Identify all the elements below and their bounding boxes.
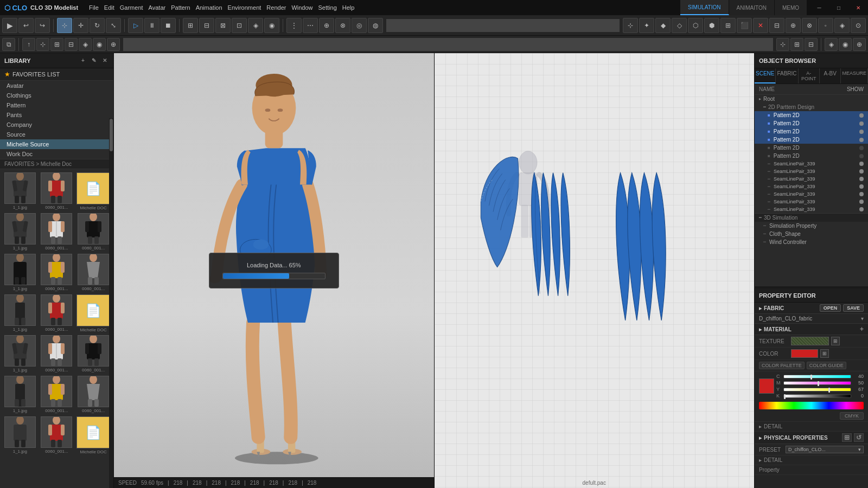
color-palette-button[interactable]: COLOR PALETTE [759,362,805,369]
toolbar2-btn-8[interactable]: ⊕ [107,38,120,51]
color-spectrum-bar[interactable] [759,402,864,409]
thumb-item-12[interactable]: 1_1.jpg [2,334,38,374]
menu-file[interactable]: File [87,3,101,12]
toolbar-btn-stop[interactable]: ⏹ [161,18,176,33]
toolbar-btn-a[interactable]: ⊞ [183,18,198,33]
texture-swatch[interactable] [791,337,829,345]
toolbar2-btn-2d-1[interactable]: ⊹ [776,38,789,51]
toolbar2-btn-2d-4[interactable]: ◈ [825,38,838,51]
menu-garment[interactable]: Garment [118,3,145,12]
tree-wind-controller[interactable]: ━ Wind Controller [755,238,868,246]
thumb-item-1[interactable]: 0060_001... [39,171,75,211]
fabric-open-button[interactable]: OPEN [820,304,841,312]
thumb-item-19[interactable]: 0060_001... [39,415,75,455]
thumb-item-5[interactable]: 0060_001... [75,212,111,252]
toolbar-btn-r5[interactable]: ⬡ [688,18,703,33]
toolbar-btn-r7[interactable]: ⊞ [720,18,736,33]
toolbar2-btn-2d-6[interactable]: ⊕ [853,38,866,51]
toolbar-btn-r6[interactable]: ⬢ [704,18,719,33]
sidebar-scrollbar[interactable] [109,118,113,488]
tree-seam-1[interactable]: ━ SeamLinePair_339 [755,160,868,168]
toolbar-btn-r8[interactable]: ⬛ [737,18,752,33]
tree-2d-design[interactable]: ━ 2D Parttern Design [755,103,868,111]
thumb-item-11[interactable]: 📄 Michelle DOC [75,293,111,333]
sidebar-item-clothings[interactable]: Clothings [0,91,113,100]
toolbar-btn-r10[interactable]: ⊟ [769,18,784,33]
toolbar-btn-i[interactable]: ⊕ [319,18,334,33]
menu-pattern[interactable]: Pattern [169,3,192,12]
m-slider[interactable] [783,381,851,385]
tab-scene[interactable]: SCENE [755,68,776,84]
toolbar-btn-redo[interactable]: ↪ [35,18,50,33]
detail-section[interactable]: ▸ DETAIL [755,422,868,432]
toolbar-btn-r15[interactable]: ⊙ [851,18,866,33]
tree-seam-5[interactable]: ━ SeamLinePair_339 [755,190,868,198]
toolbar-btn-r14[interactable]: ◈ [834,18,850,33]
sidebar-item-pattern[interactable]: Pattern [0,100,113,110]
toolbar-btn-d[interactable]: ⊡ [232,18,247,33]
toolbar-btn-undo[interactable]: ↩ [18,18,34,33]
toolbar-btn-r1[interactable]: ⊹ [623,18,638,33]
toolbar-btn-r13[interactable]: ◦ [818,18,833,33]
tree-cloth-shape[interactable]: ━ Cloth_Shape [755,230,868,238]
thumb-item-15[interactable]: 1_1.jpg [2,375,38,414]
tab-abv[interactable]: A-BV [820,68,841,84]
show-button[interactable]: SHOW [847,86,864,92]
toolbar-btn-b[interactable]: ⊟ [199,18,214,33]
toolbar-btn-select[interactable]: ⊹ [57,18,72,33]
lib-icon-edit[interactable]: ✎ [90,56,98,65]
texture-expand-button[interactable]: ⊞ [831,337,840,345]
sidebar-item-avatar[interactable]: Avatar [0,81,113,91]
toolbar-btn-h[interactable]: ⋯ [303,18,318,33]
color-guide-button[interactable]: COLOR GUIDE [807,362,846,369]
toolbar-btn-g[interactable]: ⋮ [286,18,302,33]
menu-animation[interactable]: Animation [194,3,225,12]
color-expand-button[interactable]: ⊞ [820,349,829,358]
thumb-item-2[interactable]: 📄 Michelle DOC [75,171,111,211]
menu-setting[interactable]: Setting [316,3,339,12]
tree-seam-2[interactable]: ━ SeamLinePair_339 [755,168,868,175]
maximize-button[interactable]: □ [829,0,848,15]
toolbar-btn-c[interactable]: ⊠ [215,18,231,33]
thumb-item-20[interactable]: 📄 Michelle DOC [75,415,111,455]
toolbar-btn-r2[interactable]: ✦ [639,18,654,33]
toolbar-btn-pause[interactable]: ⏸ [144,18,159,33]
lib-icon-close[interactable]: ✕ [100,56,109,65]
thumb-item-8[interactable]: 0060_001... [75,253,111,292]
tree-pattern-2d-2[interactable]: ■ Pattern 2D [755,119,868,127]
material-add-icon[interactable]: + [860,325,864,333]
thumb-item-16[interactable]: 0060_001... [39,375,75,414]
close-button[interactable]: ✕ [848,0,868,15]
phys-reset-button[interactable]: ↺ [854,433,864,442]
tree-seam-3[interactable]: ━ SeamLinePair_339 [755,175,868,183]
menu-avatar[interactable]: Avatar [146,3,168,12]
toolbar-btn-r11[interactable]: ⊕ [786,18,801,33]
k-slider[interactable] [783,394,851,398]
tree-seam-4[interactable]: ━ SeamLinePair_339 [755,183,868,190]
toolbar-btn-j[interactable]: ⊗ [335,18,350,33]
color-swatch[interactable] [791,349,818,358]
tree-seam-7[interactable]: ━ SeamLinePair_339 [755,206,868,213]
toolbar-btn-r9[interactable]: ✕ [753,18,768,33]
tab-apoint[interactable]: A-POINT [799,68,820,84]
tree-root[interactable]: ▸ Root [755,95,868,103]
toolbar2-btn-7[interactable]: ◉ [93,38,106,51]
menu-window[interactable]: Window [289,3,315,12]
thumb-item-6[interactable]: 1_1.jpg [2,253,38,292]
toolbar2-btn-6[interactable]: ◈ [79,38,92,51]
toolbar-btn-1[interactable]: ▶ [2,18,17,33]
tree-pattern-2d-1[interactable]: ■ Pattern 2D [755,111,868,119]
favorites-row[interactable]: ★ FAVORITES LIST [0,68,113,81]
sidebar-item-work-doc[interactable]: Work Doc [0,149,113,159]
y-slider[interactable] [783,388,851,391]
toolbar-btn-rotate[interactable]: ↻ [90,18,105,33]
menu-render[interactable]: Render [264,3,288,12]
toolbar-btn-scale[interactable]: ⤡ [106,18,121,33]
thumb-item-9[interactable]: 1_1.jpg [2,293,38,333]
tab-animation[interactable]: ANIMAITON [729,0,775,15]
lib-icon-add[interactable]: + [79,56,87,65]
menu-environment[interactable]: Environment [226,3,264,12]
toolbar2-btn-2d-3[interactable]: ⊟ [805,38,818,51]
toolbar-btn-move[interactable]: ✛ [73,18,88,33]
minimize-button[interactable]: ─ [809,0,829,15]
